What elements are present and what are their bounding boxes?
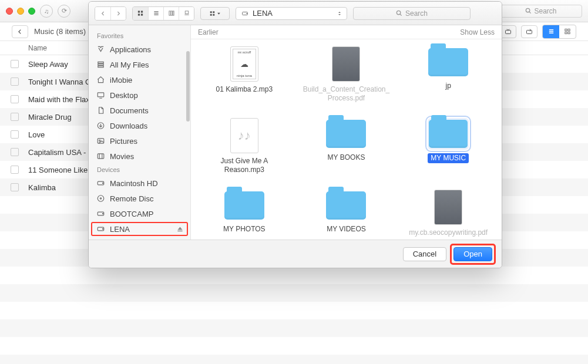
row-checkbox[interactable] <box>11 166 19 174</box>
song-name: 11 Someone Like <box>28 166 88 174</box>
sidebar-item-bootcamp[interactable]: BOOTCAMP <box>89 206 190 221</box>
sidebar-item-applications[interactable]: Applications <box>89 42 190 57</box>
sidebar-item-macintosh-hd[interactable]: Macintosh HD <box>89 176 190 191</box>
svg-rect-7 <box>565 29 567 31</box>
svg-point-50 <box>102 213 103 214</box>
sidebar-item-remote-disc[interactable]: Remote Disc <box>89 191 190 206</box>
dialog-main: Earlier Show Less mr.scruff☁ninja tuna01… <box>191 25 502 240</box>
search-icon <box>396 10 402 16</box>
svg-line-1 <box>529 12 531 14</box>
sidebar-item-label: iMobie <box>110 76 132 85</box>
downloads-icon <box>96 121 105 130</box>
svg-rect-34 <box>98 62 103 63</box>
sidebar-item-label: Applications <box>110 45 151 54</box>
row-checkbox[interactable] <box>11 60 19 68</box>
minimize-window-button[interactable] <box>17 8 24 15</box>
path-device-label: LENA <box>253 9 273 18</box>
file-item[interactable]: ♪♪Just Give Me A Reason.mp3 <box>194 117 294 186</box>
import-icon[interactable] <box>500 25 516 38</box>
sidebar-item-label: Desktop <box>110 91 138 100</box>
svg-rect-3 <box>527 30 532 33</box>
pictures-icon <box>96 136 105 146</box>
sidebar-item-pictures[interactable]: Pictures <box>89 133 190 149</box>
close-window-button[interactable] <box>6 8 13 15</box>
sidebar-item-label: Documents <box>110 106 149 115</box>
file-name: MY PHOTOS <box>223 225 266 234</box>
list-view-button[interactable] <box>148 7 163 20</box>
sidebar-item-imobie[interactable]: iMobie <box>89 72 190 87</box>
sidebar-item-all-my-files[interactable]: All My Files <box>89 57 190 72</box>
coverflow-view-button[interactable] <box>179 7 194 20</box>
file-name: Build_a_Content_Creation_Process.pdf <box>302 85 390 103</box>
sidebar-item-movies[interactable]: Movies <box>89 149 190 164</box>
view-toggle <box>542 25 576 39</box>
row-checkbox[interactable] <box>11 130 19 139</box>
path-popup[interactable]: LENA <box>236 7 347 20</box>
sidebar-item-lena[interactable]: LENA <box>89 221 190 237</box>
traffic-lights <box>6 8 35 15</box>
file-name: my.cb.seocopywriting.pdf <box>409 228 488 237</box>
sidebar-item-desktop[interactable]: Desktop <box>89 87 190 103</box>
song-name: Tonight I Wanna C <box>28 77 90 86</box>
svg-rect-10 <box>568 32 570 33</box>
nav-forward-button[interactable] <box>110 7 126 20</box>
zoom-window-button[interactable] <box>28 8 35 15</box>
file-item[interactable]: MY PHOTOS <box>194 188 294 240</box>
row-checkbox[interactable] <box>11 77 19 86</box>
history-icon[interactable]: ⟳ <box>58 5 70 18</box>
view-mode-segment <box>132 6 194 21</box>
library-icon[interactable]: ♫ <box>40 5 53 18</box>
dialog-search-field[interactable]: Search <box>353 7 471 20</box>
back-button[interactable] <box>12 25 28 38</box>
nav-back-button[interactable] <box>95 7 110 20</box>
column-view-button[interactable] <box>163 7 179 20</box>
hdd-icon <box>241 10 249 17</box>
cancel-button[interactable]: Cancel <box>403 247 446 261</box>
open-button[interactable]: Open <box>453 247 492 261</box>
file-item[interactable]: mr.scruff☁ninja tuna01 Kalimba 2.mp3 <box>194 45 294 114</box>
show-less-button[interactable]: Show Less <box>460 28 495 36</box>
svg-rect-54 <box>177 230 182 231</box>
icon-view-button[interactable] <box>133 7 148 20</box>
svg-rect-21 <box>185 11 189 14</box>
song-name: Capitalism USA - T <box>28 148 93 157</box>
sidebar-item-downloads[interactable]: Downloads <box>89 118 190 133</box>
svg-point-52 <box>102 228 103 229</box>
arrange-popup[interactable] <box>200 7 230 20</box>
open-button-highlight: Open <box>452 246 493 262</box>
row-checkbox[interactable] <box>11 113 19 121</box>
file-item[interactable]: MY VIDEOS <box>297 188 397 240</box>
row-checkbox[interactable] <box>11 148 19 156</box>
svg-rect-24 <box>213 11 214 13</box>
song-name: Sleep Away <box>28 60 68 69</box>
file-item[interactable]: MY MUSIC <box>398 117 498 186</box>
svg-rect-11 <box>138 11 140 12</box>
svg-rect-26 <box>213 14 214 15</box>
svg-rect-13 <box>138 14 140 15</box>
svg-rect-19 <box>171 11 172 15</box>
grid-view-button[interactable] <box>559 25 576 38</box>
sidebar-item-label: Remote Disc <box>110 194 153 203</box>
file-item[interactable]: jp <box>398 45 498 114</box>
file-name: MY MUSIC <box>428 153 469 163</box>
list-view-button[interactable] <box>543 25 559 38</box>
svg-rect-35 <box>98 64 103 65</box>
row-checkbox[interactable] <box>11 183 19 191</box>
row-checkbox[interactable] <box>11 95 19 103</box>
allfiles-icon <box>96 60 105 69</box>
export-icon[interactable] <box>521 25 537 38</box>
app-search-field[interactable]: Search <box>500 5 582 18</box>
eject-icon[interactable] <box>177 226 183 232</box>
column-name[interactable]: Name <box>28 44 47 52</box>
sidebar-item-documents[interactable]: Documents <box>89 103 190 118</box>
svg-point-29 <box>247 13 247 14</box>
open-dialog: LENA Search Favorites ApplicationsAll My… <box>88 1 502 268</box>
file-item[interactable]: Build_a_Content_Creation_Process.pdf <box>297 45 397 114</box>
file-item[interactable]: MY BOOKS <box>297 117 397 186</box>
section-label: Earlier <box>198 28 219 36</box>
favorites-heading: Favorites <box>89 30 190 42</box>
song-name: Miracle Drug <box>28 113 72 122</box>
svg-rect-42 <box>98 154 104 159</box>
sidebar-scrollbar[interactable] <box>186 51 190 122</box>
file-item[interactable]: my.cb.seocopywriting.pdf <box>398 188 498 240</box>
